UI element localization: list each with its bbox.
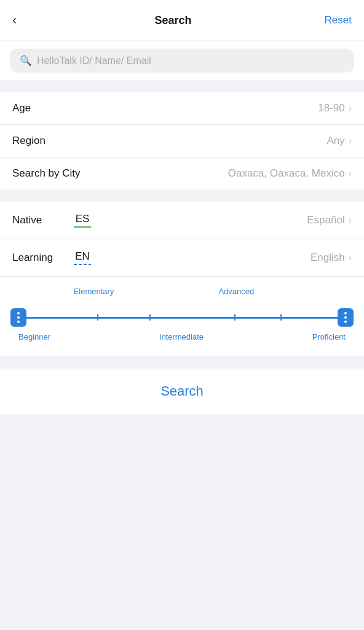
slider-handle-right[interactable] bbox=[338, 308, 354, 327]
slider-track-wrapper[interactable] bbox=[18, 305, 346, 330]
slider-track bbox=[18, 317, 346, 319]
native-right: Español › bbox=[307, 214, 352, 226]
age-row[interactable]: Age 18-90 › bbox=[0, 92, 364, 125]
proficiency-top-labels: Elementary Advanced bbox=[12, 287, 352, 300]
section-divider-1 bbox=[0, 80, 364, 92]
city-chevron-icon: › bbox=[349, 168, 352, 179]
city-row[interactable]: Search by City Oaxaca, Oaxaca, Mexico › bbox=[0, 158, 364, 189]
filters-section: Age 18-90 › Region Any › Search by City … bbox=[0, 92, 364, 189]
region-chevron-icon: › bbox=[349, 135, 352, 146]
native-code-wrapper: ES bbox=[74, 213, 91, 228]
elementary-label: Elementary bbox=[74, 287, 114, 296]
region-right: Any › bbox=[326, 135, 352, 147]
language-section: Native ES Español › Learning EN English … bbox=[0, 202, 364, 356]
region-value: Any bbox=[326, 135, 344, 147]
learning-language-row[interactable]: Learning EN English › bbox=[0, 239, 364, 277]
tick-2 bbox=[149, 314, 151, 321]
native-chevron-icon: › bbox=[349, 215, 352, 226]
handle-dot-5 bbox=[344, 316, 347, 319]
page-title: Search bbox=[154, 14, 191, 27]
search-button[interactable]: Search bbox=[12, 383, 352, 399]
search-bar-section: 🔍 HelloTalk ID/ Name/ Email bbox=[0, 41, 364, 80]
native-code: ES bbox=[76, 213, 90, 225]
slider-handle-left[interactable] bbox=[10, 308, 26, 327]
intermediate-label: Intermediate bbox=[159, 332, 204, 341]
learning-label: Learning bbox=[12, 252, 74, 264]
city-right: Oaxaca, Oaxaca, Mexico › bbox=[228, 167, 352, 180]
age-label: Age bbox=[12, 102, 31, 114]
region-row[interactable]: Region Any › bbox=[0, 125, 364, 158]
native-underline bbox=[74, 226, 91, 228]
search-placeholder-text: HelloTalk ID/ Name/ Email bbox=[37, 55, 151, 66]
learning-underline bbox=[74, 264, 91, 265]
proficiency-bottom-labels: Beginner Intermediate Proficient bbox=[12, 332, 352, 341]
age-value: 18-90 bbox=[318, 102, 344, 114]
native-language-name: Español bbox=[307, 214, 344, 226]
handle-dot-3 bbox=[17, 321, 20, 323]
native-label: Native bbox=[12, 214, 74, 226]
search-input-bar[interactable]: 🔍 HelloTalk ID/ Name/ Email bbox=[10, 49, 354, 73]
tick-1 bbox=[97, 314, 98, 321]
advanced-label: Advanced bbox=[218, 287, 254, 296]
age-chevron-icon: › bbox=[349, 103, 352, 114]
handle-dot-6 bbox=[344, 321, 347, 323]
learning-code: EN bbox=[75, 250, 90, 263]
beginner-label: Beginner bbox=[18, 332, 50, 341]
reset-button[interactable]: Reset bbox=[325, 14, 352, 26]
learning-right: English › bbox=[311, 252, 352, 264]
native-language-row[interactable]: Native ES Español › bbox=[0, 202, 364, 239]
back-button[interactable]: ‹ bbox=[12, 10, 22, 31]
handle-dot-2 bbox=[17, 316, 20, 319]
section-divider-2 bbox=[0, 189, 364, 202]
header: ‹ Search Reset bbox=[0, 0, 364, 41]
handle-dot-4 bbox=[344, 312, 347, 314]
bottom-area bbox=[0, 414, 364, 537]
search-button-section: Search bbox=[0, 369, 364, 414]
tick-3 bbox=[234, 314, 235, 321]
tick-4 bbox=[280, 314, 282, 321]
learning-code-wrapper: EN bbox=[74, 250, 91, 265]
search-icon: 🔍 bbox=[20, 55, 32, 66]
region-label: Region bbox=[12, 135, 46, 147]
proficient-label: Proficient bbox=[312, 332, 346, 341]
handle-dot-1 bbox=[17, 312, 20, 314]
learning-chevron-icon: › bbox=[349, 252, 352, 263]
learning-language-name: English bbox=[311, 252, 345, 264]
city-value: Oaxaca, Oaxaca, Mexico bbox=[228, 167, 345, 180]
proficiency-section: Elementary Advanced bbox=[0, 277, 364, 356]
city-label: Search by City bbox=[12, 167, 81, 180]
age-right: 18-90 › bbox=[318, 102, 352, 114]
